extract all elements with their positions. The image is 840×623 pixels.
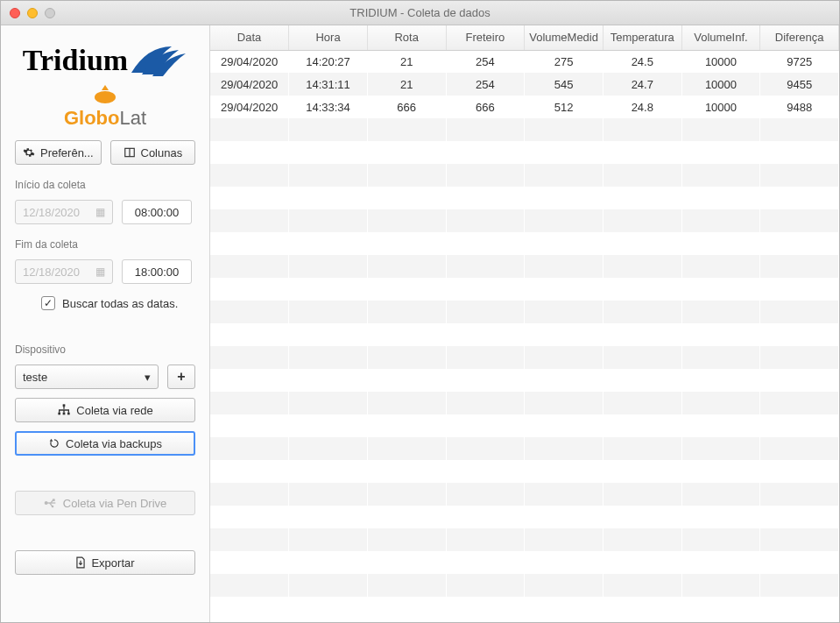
table-cell: 10000	[681, 96, 760, 118]
svg-point-1	[95, 91, 116, 103]
start-time-input[interactable]: 08:00:00	[122, 200, 192, 224]
svg-rect-7	[67, 413, 70, 415]
table-cell: 14:20:27	[289, 50, 368, 73]
table-cell: 29/04/2020	[210, 73, 289, 96]
table-row-empty	[210, 574, 839, 597]
search-all-dates-row[interactable]: ✓ Buscar todas as datas.	[41, 296, 195, 310]
end-date-input[interactable]: 12/18/2020 ▦	[15, 259, 113, 284]
collect-backups-button[interactable]: Coleta via backups	[15, 431, 195, 456]
table-row-empty	[210, 164, 839, 187]
table-body: 29/04/202014:20:272125427524.51000097252…	[210, 50, 839, 597]
export-label: Exportar	[91, 556, 134, 570]
columns-label: Colunas	[141, 146, 183, 159]
chevron-down-icon: ▾	[145, 371, 151, 384]
column-header[interactable]: Hora	[289, 25, 368, 50]
table-row-empty	[210, 187, 839, 209]
tridium-logo-text: Tridium	[23, 44, 128, 77]
add-device-button[interactable]: +	[167, 365, 195, 389]
table-row-empty	[210, 460, 839, 483]
device-section-label: Dispositivo	[15, 343, 195, 356]
table-cell: 275	[525, 50, 604, 73]
table-row[interactable]: 29/04/202014:31:112125454524.7100009455	[210, 73, 839, 96]
table-cell: 10000	[681, 73, 760, 96]
columns-button[interactable]: Colunas	[110, 140, 195, 165]
end-time-value: 18:00:00	[135, 265, 180, 279]
preferences-button[interactable]: Preferên...	[15, 140, 102, 165]
device-select-value: teste	[23, 371, 47, 384]
restore-icon	[48, 437, 60, 450]
table-row-empty	[210, 323, 839, 346]
table-cell: 24.8	[603, 96, 681, 118]
plus-icon: +	[177, 369, 185, 385]
column-header[interactable]: Rota	[367, 25, 446, 50]
table-cell: 29/04/2020	[210, 50, 289, 73]
end-time-input[interactable]: 18:00:00	[122, 259, 192, 284]
calendar-icon: ▦	[95, 206, 105, 218]
svg-marker-0	[102, 85, 109, 90]
data-table: DataHoraRotaFreteiroVolumeMedidTemperatu…	[210, 25, 839, 597]
column-header[interactable]: Diferença	[760, 25, 839, 50]
end-date-value: 12/18/2020	[23, 265, 80, 279]
table-cell: 10000	[681, 50, 760, 73]
gear-icon	[23, 146, 35, 159]
table-row-empty	[210, 551, 839, 574]
table-cell: 24.5	[603, 50, 681, 73]
table-row-empty	[210, 483, 839, 506]
table-cell: 545	[525, 73, 604, 96]
collect-pendrive-label: Coleta via Pen Drive	[63, 497, 167, 510]
table-cell: 21	[367, 50, 446, 73]
tridium-swoosh-icon	[130, 41, 187, 80]
device-select[interactable]: teste ▾	[15, 365, 159, 389]
table-row-empty	[210, 209, 839, 232]
collect-network-button[interactable]: Coleta via rede	[15, 398, 195, 422]
table-cell: 254	[446, 50, 525, 73]
column-header[interactable]: Data	[210, 25, 289, 50]
globe-icon	[93, 85, 117, 107]
table-row-empty	[210, 528, 839, 551]
column-header[interactable]: VolumeInf.	[681, 25, 760, 50]
table-row-empty	[210, 255, 839, 278]
column-header[interactable]: Freteiro	[446, 25, 525, 50]
table-row-empty	[210, 346, 839, 369]
svg-rect-4	[63, 404, 66, 407]
table-cell: 666	[446, 96, 525, 118]
window-close-button[interactable]	[10, 8, 20, 18]
table-cell: 254	[446, 73, 525, 96]
network-icon	[57, 404, 71, 416]
traffic-lights	[10, 8, 55, 18]
sidebar: Tridium	[1, 25, 209, 622]
titlebar: TRIDIUM - Coleta de dados	[1, 1, 839, 25]
table-cell: 666	[367, 96, 446, 118]
table-row-empty	[210, 118, 839, 141]
export-button[interactable]: Exportar	[15, 550, 195, 575]
svg-point-14	[51, 506, 53, 508]
collect-pendrive-button: Coleta via Pen Drive	[15, 491, 195, 515]
table-row-empty	[210, 437, 839, 460]
table-row-empty	[210, 141, 839, 164]
table-row-empty	[210, 278, 839, 301]
table-row-empty	[210, 506, 839, 528]
export-icon	[75, 556, 86, 569]
data-table-wrap: DataHoraRotaFreteiroVolumeMedidTemperatu…	[209, 25, 839, 622]
window-minimize-button[interactable]	[27, 8, 38, 18]
table-cell: 9455	[760, 73, 839, 96]
search-all-dates-label: Buscar todas as datas.	[62, 297, 178, 310]
start-date-input[interactable]: 12/18/2020 ▦	[15, 200, 113, 224]
table-row-empty	[210, 414, 839, 437]
table-row-empty	[210, 369, 839, 392]
column-header[interactable]: Temperatura	[603, 25, 681, 50]
collect-backups-label: Coleta via backups	[66, 437, 162, 450]
preferences-label: Preferên...	[40, 146, 94, 159]
app-window: TRIDIUM - Coleta de dados Tridium	[0, 0, 840, 623]
table-cell: 14:31:11	[289, 73, 368, 96]
svg-rect-6	[63, 413, 66, 415]
table-cell: 14:33:34	[289, 96, 368, 118]
table-cell: 24.7	[603, 73, 681, 96]
start-section-label: Início da coleta	[15, 179, 195, 191]
columns-icon	[124, 146, 136, 159]
table-row[interactable]: 29/04/202014:33:3466666651224.8100009488	[210, 96, 839, 118]
column-header[interactable]: VolumeMedid	[525, 25, 604, 50]
svg-rect-5	[59, 413, 61, 415]
window-maximize-button[interactable]	[45, 8, 55, 18]
table-row[interactable]: 29/04/202014:20:272125427524.5100009725	[210, 50, 839, 73]
